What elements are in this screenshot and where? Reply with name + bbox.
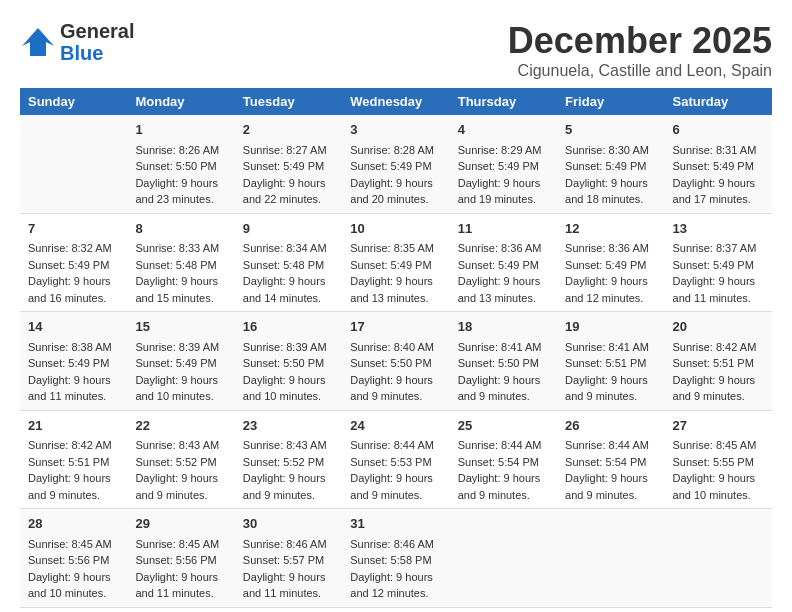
day-number: 8: [135, 219, 226, 239]
weekday-header-monday: Monday: [127, 88, 234, 115]
day-number: 1: [135, 120, 226, 140]
calendar-cell: 23Sunrise: 8:43 AM Sunset: 5:52 PM Dayli…: [235, 410, 342, 509]
day-number: 21: [28, 416, 119, 436]
calendar-week-0: 1Sunrise: 8:26 AM Sunset: 5:50 PM Daylig…: [20, 115, 772, 213]
day-number: 24: [350, 416, 441, 436]
day-number: 14: [28, 317, 119, 337]
day-number: 12: [565, 219, 656, 239]
day-number: 3: [350, 120, 441, 140]
location-title: Cigunuela, Castille and Leon, Spain: [508, 62, 772, 80]
day-info: Sunrise: 8:31 AM Sunset: 5:49 PM Dayligh…: [673, 142, 764, 208]
calendar-cell: 21Sunrise: 8:42 AM Sunset: 5:51 PM Dayli…: [20, 410, 127, 509]
day-info: Sunrise: 8:34 AM Sunset: 5:48 PM Dayligh…: [243, 240, 334, 306]
weekday-header-saturday: Saturday: [665, 88, 772, 115]
day-info: Sunrise: 8:43 AM Sunset: 5:52 PM Dayligh…: [135, 437, 226, 503]
day-number: 2: [243, 120, 334, 140]
calendar-cell: 4Sunrise: 8:29 AM Sunset: 5:49 PM Daylig…: [450, 115, 557, 213]
calendar-cell: [665, 509, 772, 608]
day-info: Sunrise: 8:38 AM Sunset: 5:49 PM Dayligh…: [28, 339, 119, 405]
weekday-header-friday: Friday: [557, 88, 664, 115]
page-header: General Blue December 2025 Cigunuela, Ca…: [20, 20, 772, 80]
calendar-cell: 22Sunrise: 8:43 AM Sunset: 5:52 PM Dayli…: [127, 410, 234, 509]
calendar-cell: 28Sunrise: 8:45 AM Sunset: 5:56 PM Dayli…: [20, 509, 127, 608]
day-info: Sunrise: 8:37 AM Sunset: 5:49 PM Dayligh…: [673, 240, 764, 306]
day-number: 26: [565, 416, 656, 436]
day-info: Sunrise: 8:45 AM Sunset: 5:55 PM Dayligh…: [673, 437, 764, 503]
day-number: 4: [458, 120, 549, 140]
day-info: Sunrise: 8:32 AM Sunset: 5:49 PM Dayligh…: [28, 240, 119, 306]
calendar-cell: 15Sunrise: 8:39 AM Sunset: 5:49 PM Dayli…: [127, 312, 234, 411]
day-number: 9: [243, 219, 334, 239]
calendar-cell: 20Sunrise: 8:42 AM Sunset: 5:51 PM Dayli…: [665, 312, 772, 411]
logo: General Blue: [20, 20, 134, 64]
month-title: December 2025: [508, 20, 772, 62]
calendar-cell: 16Sunrise: 8:39 AM Sunset: 5:50 PM Dayli…: [235, 312, 342, 411]
day-info: Sunrise: 8:41 AM Sunset: 5:51 PM Dayligh…: [565, 339, 656, 405]
day-number: 20: [673, 317, 764, 337]
day-number: 23: [243, 416, 334, 436]
day-number: 27: [673, 416, 764, 436]
day-number: 18: [458, 317, 549, 337]
day-info: Sunrise: 8:40 AM Sunset: 5:50 PM Dayligh…: [350, 339, 441, 405]
day-info: Sunrise: 8:44 AM Sunset: 5:54 PM Dayligh…: [565, 437, 656, 503]
day-info: Sunrise: 8:44 AM Sunset: 5:53 PM Dayligh…: [350, 437, 441, 503]
day-info: Sunrise: 8:35 AM Sunset: 5:49 PM Dayligh…: [350, 240, 441, 306]
calendar-cell: 8Sunrise: 8:33 AM Sunset: 5:48 PM Daylig…: [127, 213, 234, 312]
calendar-cell: 3Sunrise: 8:28 AM Sunset: 5:49 PM Daylig…: [342, 115, 449, 213]
logo-line1: General: [60, 20, 134, 42]
day-number: 28: [28, 514, 119, 534]
day-number: 29: [135, 514, 226, 534]
calendar-week-1: 7Sunrise: 8:32 AM Sunset: 5:49 PM Daylig…: [20, 213, 772, 312]
day-number: 15: [135, 317, 226, 337]
calendar-cell: 1Sunrise: 8:26 AM Sunset: 5:50 PM Daylig…: [127, 115, 234, 213]
calendar-cell: 18Sunrise: 8:41 AM Sunset: 5:50 PM Dayli…: [450, 312, 557, 411]
day-info: Sunrise: 8:45 AM Sunset: 5:56 PM Dayligh…: [28, 536, 119, 602]
calendar-cell: 26Sunrise: 8:44 AM Sunset: 5:54 PM Dayli…: [557, 410, 664, 509]
weekday-header-wednesday: Wednesday: [342, 88, 449, 115]
day-info: Sunrise: 8:39 AM Sunset: 5:49 PM Dayligh…: [135, 339, 226, 405]
weekday-header-sunday: Sunday: [20, 88, 127, 115]
calendar-cell: 31Sunrise: 8:46 AM Sunset: 5:58 PM Dayli…: [342, 509, 449, 608]
title-section: December 2025 Cigunuela, Castille and Le…: [508, 20, 772, 80]
calendar-cell: 9Sunrise: 8:34 AM Sunset: 5:48 PM Daylig…: [235, 213, 342, 312]
day-number: 16: [243, 317, 334, 337]
day-info: Sunrise: 8:27 AM Sunset: 5:49 PM Dayligh…: [243, 142, 334, 208]
day-number: 11: [458, 219, 549, 239]
calendar-cell: 10Sunrise: 8:35 AM Sunset: 5:49 PM Dayli…: [342, 213, 449, 312]
day-info: Sunrise: 8:43 AM Sunset: 5:52 PM Dayligh…: [243, 437, 334, 503]
calendar-cell: 12Sunrise: 8:36 AM Sunset: 5:49 PM Dayli…: [557, 213, 664, 312]
weekday-header-tuesday: Tuesday: [235, 88, 342, 115]
calendar-week-3: 21Sunrise: 8:42 AM Sunset: 5:51 PM Dayli…: [20, 410, 772, 509]
calendar-cell: 24Sunrise: 8:44 AM Sunset: 5:53 PM Dayli…: [342, 410, 449, 509]
day-number: 5: [565, 120, 656, 140]
calendar-cell: 25Sunrise: 8:44 AM Sunset: 5:54 PM Dayli…: [450, 410, 557, 509]
svg-marker-0: [22, 28, 54, 56]
calendar-cell: 29Sunrise: 8:45 AM Sunset: 5:56 PM Dayli…: [127, 509, 234, 608]
day-number: 31: [350, 514, 441, 534]
day-number: 22: [135, 416, 226, 436]
weekday-header-row: SundayMondayTuesdayWednesdayThursdayFrid…: [20, 88, 772, 115]
calendar-table: SundayMondayTuesdayWednesdayThursdayFrid…: [20, 88, 772, 608]
day-info: Sunrise: 8:26 AM Sunset: 5:50 PM Dayligh…: [135, 142, 226, 208]
calendar-cell: 30Sunrise: 8:46 AM Sunset: 5:57 PM Dayli…: [235, 509, 342, 608]
calendar-cell: 13Sunrise: 8:37 AM Sunset: 5:49 PM Dayli…: [665, 213, 772, 312]
day-info: Sunrise: 8:42 AM Sunset: 5:51 PM Dayligh…: [673, 339, 764, 405]
day-info: Sunrise: 8:29 AM Sunset: 5:49 PM Dayligh…: [458, 142, 549, 208]
calendar-cell: 7Sunrise: 8:32 AM Sunset: 5:49 PM Daylig…: [20, 213, 127, 312]
day-info: Sunrise: 8:41 AM Sunset: 5:50 PM Dayligh…: [458, 339, 549, 405]
calendar-cell: 11Sunrise: 8:36 AM Sunset: 5:49 PM Dayli…: [450, 213, 557, 312]
calendar-body: 1Sunrise: 8:26 AM Sunset: 5:50 PM Daylig…: [20, 115, 772, 607]
day-info: Sunrise: 8:42 AM Sunset: 5:51 PM Dayligh…: [28, 437, 119, 503]
calendar-cell: [450, 509, 557, 608]
logo-icon: [20, 24, 56, 60]
calendar-cell: 19Sunrise: 8:41 AM Sunset: 5:51 PM Dayli…: [557, 312, 664, 411]
calendar-cell: [20, 115, 127, 213]
day-number: 10: [350, 219, 441, 239]
calendar-cell: 2Sunrise: 8:27 AM Sunset: 5:49 PM Daylig…: [235, 115, 342, 213]
day-number: 25: [458, 416, 549, 436]
day-number: 17: [350, 317, 441, 337]
day-number: 6: [673, 120, 764, 140]
calendar-cell: 17Sunrise: 8:40 AM Sunset: 5:50 PM Dayli…: [342, 312, 449, 411]
day-info: Sunrise: 8:36 AM Sunset: 5:49 PM Dayligh…: [565, 240, 656, 306]
calendar-cell: [557, 509, 664, 608]
